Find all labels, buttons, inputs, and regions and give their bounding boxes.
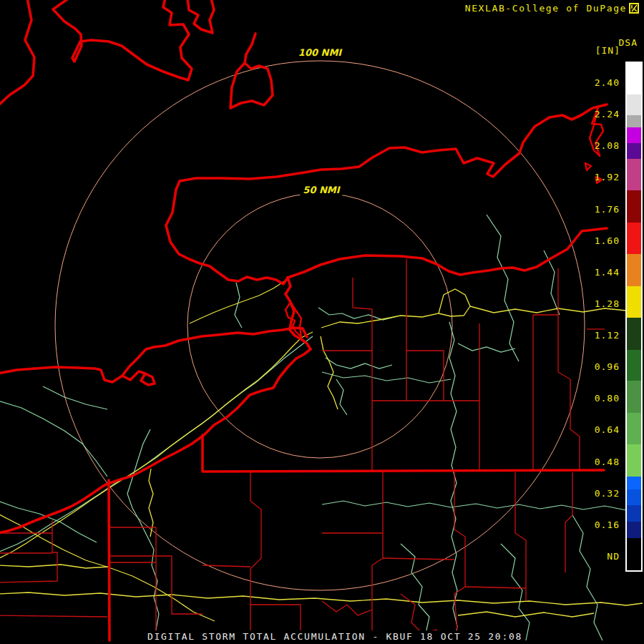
color-scale-segment: [627, 477, 641, 489]
color-scale-tick-label: 0.16: [565, 519, 620, 530]
color-scale-tick-label: 1.44: [565, 266, 620, 277]
color-scale-segment: [627, 505, 641, 522]
color-scale-tick-label: 2.08: [565, 140, 620, 151]
color-scale-segment: [627, 318, 641, 350]
range-ring-label-50nmi: 50 NMI: [300, 185, 342, 196]
range-ring-100nmi: [55, 61, 585, 590]
color-scale-segment: [627, 127, 641, 143]
highways: [0, 280, 643, 621]
color-scale-segment: [627, 538, 641, 570]
product-units-label: [IN]: [595, 45, 620, 56]
color-scale-segment: [627, 159, 641, 190]
grand-island: [286, 302, 301, 337]
color-scale-tick-label: 0.64: [565, 424, 620, 435]
georgian-shore-west: [0, 0, 34, 105]
color-scale-segment: [627, 223, 641, 254]
lake-simcoe-shore: [53, 0, 192, 80]
color-scale-segment: [627, 63, 641, 94]
color-scale-segment: [627, 522, 641, 538]
color-scale-segment: [627, 254, 641, 286]
lake-erie-canada-shore: [0, 328, 307, 385]
color-scale-segment: [627, 381, 641, 413]
color-scale-tick-label: 1.28: [565, 298, 620, 308]
color-scale-tick-label: 1.60: [565, 235, 620, 245]
lake-ontario-south-shore: [288, 228, 607, 278]
radar-display: 100 NMI 50 NMI NEXLAB-College of DuPage …: [0, 0, 644, 644]
kawartha-lake: [230, 34, 273, 108]
color-scale-segment: [627, 94, 641, 115]
brand-text: NEXLAB-College of DuPage: [465, 3, 627, 14]
rivers-streams: [0, 215, 643, 643]
color-scale-bar: [625, 62, 643, 572]
color-scale-segment: [627, 143, 641, 159]
color-scale-segment: [627, 444, 641, 477]
color-scale-tick-label: 0.32: [565, 487, 620, 498]
color-scale-tick-label: 1.12: [565, 330, 620, 341]
bay-notch: [187, 0, 214, 33]
color-scale-segment: [627, 489, 641, 505]
color-scale-tick-label: 1.92: [565, 172, 620, 182]
color-scale-tick-label: 2.24: [565, 109, 620, 119]
lake-erie-us-shore: [0, 349, 311, 533]
product-code-label: DSA: [619, 37, 638, 48]
color-scale-tick-label: 0.48: [565, 456, 620, 467]
basemap: [0, 0, 644, 644]
range-ring-label-100nmi: 100 NMI: [296, 47, 344, 59]
color-scale-segment: [627, 413, 641, 444]
color-scale-tick-label: 0.96: [565, 361, 620, 372]
cod-logo-icon: [629, 3, 639, 14]
color-scale-tick-label: ND: [565, 550, 620, 561]
color-scale-segment: [627, 115, 641, 127]
color-scale-tick-label: 0.80: [565, 393, 620, 404]
product-title-bar: DIGITAL STORM TOTAL ACCUMULATION - KBUF …: [146, 630, 524, 643]
color-scale-tick-label: 1.76: [565, 203, 620, 214]
color-scale-segment: [627, 350, 641, 381]
color-scale-segment: [627, 286, 641, 318]
color-scale-tick-label: 2.40: [565, 77, 620, 88]
county-boundaries: [0, 259, 605, 640]
pa-west-border: [109, 480, 109, 640]
ny-pa-border: [203, 435, 604, 472]
shorelines-borders: [0, 0, 607, 640]
color-scale-segment: [627, 190, 641, 223]
